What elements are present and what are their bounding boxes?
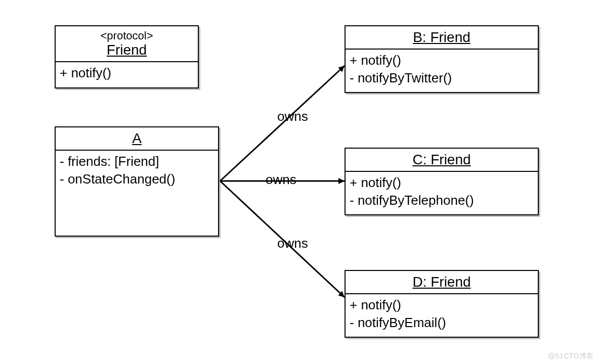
- class-a: A - friends: [Friend] - onStateChanged(): [55, 126, 219, 237]
- member-row: - notifyByTelephone(): [350, 192, 534, 209]
- class-friend-protocol: <protocol> Friend + notify(): [55, 25, 199, 88]
- class-name: Friend: [107, 42, 147, 58]
- class-name: C: Friend: [412, 152, 470, 167]
- class-b: B: Friend + notify() - notifyByTwitter(): [345, 25, 539, 93]
- member-row: + notify(): [60, 64, 194, 82]
- class-name: A: [132, 130, 142, 146]
- member-row: - onStateChanged(): [60, 170, 214, 188]
- class-members: + notify() - notifyByTelephone(): [346, 172, 538, 214]
- class-members: + notify() - notifyByTwitter(): [346, 50, 538, 92]
- class-members: - friends: [Friend] - onStateChanged(): [56, 151, 218, 193]
- watermark-text: @51CTO博客: [548, 352, 594, 361]
- class-title: D: Friend: [346, 271, 538, 294]
- member-row: - notifyByEmail(): [350, 314, 534, 332]
- member-row: + notify(): [350, 296, 534, 314]
- class-members: + notify(): [56, 62, 198, 87]
- member-row: + notify(): [350, 52, 534, 69]
- class-name: B: Friend: [413, 29, 470, 45]
- class-title: A: [56, 127, 218, 151]
- stereotype-label: <protocol>: [60, 29, 194, 42]
- relation-label-owns-c: owns: [266, 172, 296, 188]
- member-row: - friends: [Friend]: [60, 153, 214, 170]
- relation-label-owns-b: owns: [277, 109, 308, 124]
- class-title: B: Friend: [346, 26, 538, 50]
- class-c: C: Friend + notify() - notifyByTelephone…: [345, 148, 539, 215]
- member-row: + notify(): [350, 174, 534, 192]
- member-row: - notifyByTwitter(): [350, 69, 534, 87]
- class-title: <protocol> Friend: [56, 26, 198, 62]
- relation-label-owns-d: owns: [277, 236, 308, 251]
- class-d: D: Friend + notify() - notifyByEmail(): [345, 270, 539, 338]
- class-title: C: Friend: [346, 149, 538, 172]
- class-name: D: Friend: [412, 274, 470, 290]
- class-members: + notify() - notifyByEmail(): [346, 294, 538, 337]
